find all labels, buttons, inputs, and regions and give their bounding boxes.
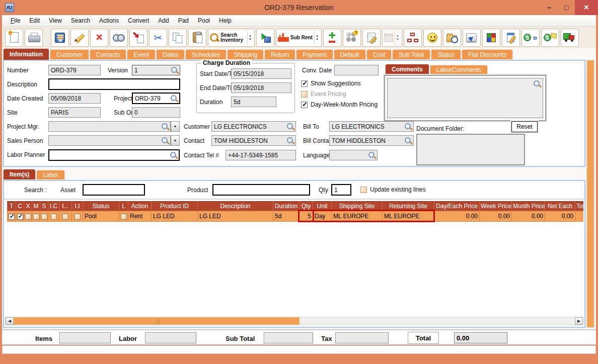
row-checkbox-c[interactable]: [17, 214, 23, 220]
menu-edit[interactable]: Edit: [25, 16, 44, 26]
project-mgr-field[interactable]: [48, 121, 171, 132]
col-description[interactable]: Description: [198, 202, 273, 211]
site-field[interactable]: PARIS: [48, 107, 101, 118]
comments-lookup-icon[interactable]: [533, 80, 541, 88]
cell-duration[interactable]: 5d: [273, 211, 300, 222]
show-suggestions-checkbox[interactable]: [301, 80, 308, 87]
tab-cost[interactable]: Cost: [366, 49, 392, 60]
cell-net-each[interactable]: 0.00: [545, 211, 575, 222]
group-button[interactable]: ?: [343, 29, 361, 47]
cell-shipping-site[interactable]: ML EUROPE: [332, 211, 383, 222]
tab-information[interactable]: Information: [3, 48, 49, 60]
vertical-scrollbar[interactable]: [586, 60, 594, 328]
tab-flat-discounts[interactable]: Flat Discounts: [462, 49, 513, 60]
cubes-button[interactable]: [482, 29, 500, 47]
col-s[interactable]: S: [40, 202, 48, 211]
cell-description[interactable]: LG LED: [198, 211, 273, 222]
bill-contact-lookup-icon[interactable]: [404, 137, 412, 145]
col-c[interactable]: C: [16, 202, 24, 211]
cell-returning-site[interactable]: ML EUROPE: [383, 211, 434, 222]
sales-person-dropdown[interactable]: [171, 135, 180, 146]
customer-lookup-icon[interactable]: [286, 123, 294, 131]
cell-qty[interactable]: 5: [300, 211, 313, 222]
notes-button[interactable]: [362, 29, 381, 47]
tab-schedules[interactable]: Schedules: [185, 49, 227, 60]
project-mgr-lookup-icon[interactable]: [161, 123, 169, 131]
tab-contacts[interactable]: Contacts: [90, 49, 126, 60]
tab-default[interactable]: Default: [334, 49, 366, 60]
delete-button[interactable]: ×: [90, 29, 108, 47]
cell-total[interactable]: [575, 211, 584, 222]
bill-to-lookup-icon[interactable]: [404, 123, 412, 131]
tab-labor[interactable]: Labor: [36, 170, 65, 180]
shortcut-key-button[interactable]: [463, 29, 481, 47]
col-unit[interactable]: Unit: [313, 202, 332, 211]
conv-date-field[interactable]: [334, 65, 379, 75]
menu-actions[interactable]: Actions: [95, 16, 123, 26]
row-checkbox-m[interactable]: [33, 214, 39, 220]
cut-button[interactable]: ✂: [149, 29, 167, 47]
date-created-field[interactable]: 05/09/2018: [48, 93, 101, 104]
menu-file[interactable]: File: [6, 16, 25, 26]
sub-orders-field[interactable]: 0: [132, 107, 180, 118]
tab-payment[interactable]: Payment: [296, 49, 333, 60]
find-button[interactable]: [110, 29, 128, 47]
search-inventory-dropdown-icon[interactable]: [247, 31, 253, 45]
duration-field[interactable]: 5d: [231, 97, 276, 107]
update-existing-checkbox[interactable]: [360, 187, 367, 193]
cell-week-price[interactable]: 0.00: [480, 211, 512, 222]
comments-textarea[interactable]: [387, 78, 543, 118]
tab-labor-comments[interactable]: LaborComments: [430, 65, 488, 75]
col-shipping-site[interactable]: Shipping Site: [332, 202, 383, 211]
col-m[interactable]: M: [32, 202, 40, 211]
sales-person-field[interactable]: [48, 135, 171, 146]
row-checkbox-ic[interactable]: [51, 214, 57, 220]
qty-input[interactable]: 1: [331, 184, 351, 196]
labor-planner-field[interactable]: [48, 149, 180, 161]
product-input[interactable]: [212, 184, 310, 196]
bill-to-field[interactable]: LG ELECTRONICS: [329, 121, 414, 132]
sub-rent-button[interactable]: Sub Rent: [276, 29, 322, 47]
add-remove-button[interactable]: [323, 29, 341, 47]
col-ic[interactable]: I.C: [48, 202, 59, 211]
number-field[interactable]: ORD-379: [48, 65, 101, 75]
col-status[interactable]: Status: [83, 202, 119, 211]
tab-sub-total[interactable]: Sub Total: [392, 49, 430, 60]
close-button[interactable]: ×: [575, 0, 598, 15]
contact-lookup-icon[interactable]: [286, 137, 294, 145]
row-checkbox-t[interactable]: [9, 214, 15, 220]
contact-tel-field[interactable]: +44-17-5349-1585: [226, 150, 296, 160]
version-lookup-icon[interactable]: [171, 66, 179, 74]
col-l[interactable]: L: [119, 202, 128, 211]
org-chart-button[interactable]: [404, 29, 422, 47]
col-net-each[interactable]: Net Each: [545, 202, 575, 211]
customer-field[interactable]: LG ELECTRONICS: [211, 121, 296, 132]
tab-return[interactable]: Return: [264, 49, 295, 60]
cell-unit[interactable]: Day: [313, 211, 332, 222]
description-field[interactable]: [48, 78, 180, 90]
menu-pool[interactable]: Pool: [193, 16, 214, 26]
col-i-dots[interactable]: I...: [59, 202, 72, 211]
convert-3d-button[interactable]: [256, 29, 274, 47]
cell-day-each-price[interactable]: 0.00: [434, 211, 480, 222]
cell-month-price[interactable]: 0.00: [512, 211, 545, 222]
col-week-price[interactable]: Week Price: [480, 202, 512, 211]
end-date-field[interactable]: 05/19/2018: [231, 82, 291, 93]
col-product-id[interactable]: Product ID: [152, 202, 198, 211]
col-returning-site[interactable]: Returning Site: [383, 202, 434, 211]
row-checkbox-s[interactable]: [41, 214, 47, 220]
paste-button[interactable]: [188, 29, 206, 47]
row-checkbox-i3[interactable]: [62, 214, 68, 220]
project-field[interactable]: ORD-379: [132, 93, 180, 104]
cell-product-id[interactable]: LG LED: [152, 211, 198, 222]
smiley-button[interactable]: [423, 29, 441, 47]
item-row[interactable]: Pool Rent LG LED LG LED 5d 5 Day ML EURO…: [8, 211, 584, 222]
row-checkbox-l[interactable]: [121, 214, 127, 220]
row-checkbox-x[interactable]: [25, 214, 31, 220]
col-day-each-price[interactable]: Day/Each Price: [434, 202, 480, 211]
col-t[interactable]: T: [8, 202, 16, 211]
maximize-button[interactable]: □: [558, 0, 575, 15]
menu-add[interactable]: Add: [154, 16, 173, 26]
tab-dates[interactable]: Dates: [156, 49, 185, 60]
asset-input[interactable]: [83, 184, 145, 196]
